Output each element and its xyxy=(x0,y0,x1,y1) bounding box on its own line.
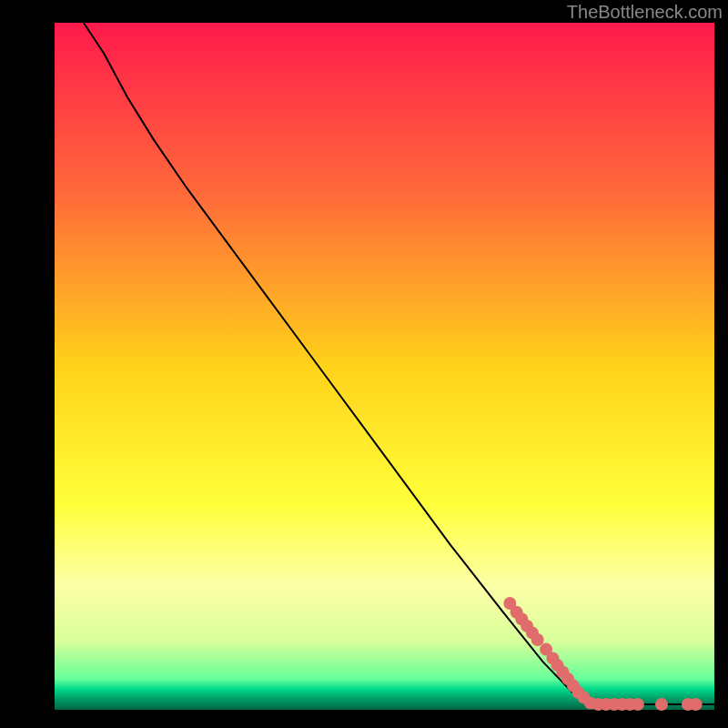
data-point xyxy=(531,633,544,646)
chart-svg xyxy=(0,0,728,728)
attribution-text: TheBottleneck.com xyxy=(567,2,723,23)
data-point xyxy=(690,698,703,711)
chart-container: TheBottleneck.com xyxy=(0,0,728,728)
data-point xyxy=(632,698,644,711)
data-point xyxy=(655,698,668,711)
plot-area xyxy=(55,23,714,710)
